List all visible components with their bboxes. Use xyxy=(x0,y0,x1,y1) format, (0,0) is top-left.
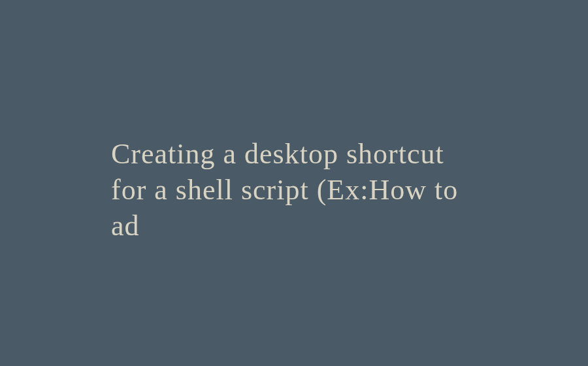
main-text: Creating a desktop shortcut for a shell … xyxy=(111,136,477,244)
